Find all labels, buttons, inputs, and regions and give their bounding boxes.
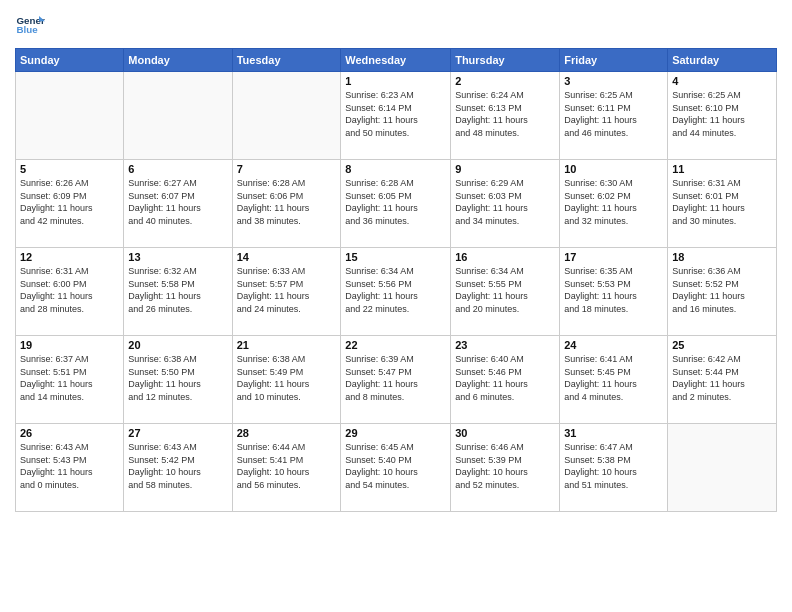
day-info: Sunrise: 6:23 AM Sunset: 6:14 PM Dayligh… — [345, 89, 446, 139]
calendar-cell: 8Sunrise: 6:28 AM Sunset: 6:05 PM Daylig… — [341, 160, 451, 248]
day-info: Sunrise: 6:38 AM Sunset: 5:49 PM Dayligh… — [237, 353, 337, 403]
calendar-cell — [668, 424, 777, 512]
day-number: 12 — [20, 251, 119, 263]
weekday-header-saturday: Saturday — [668, 49, 777, 72]
calendar-cell: 28Sunrise: 6:44 AM Sunset: 5:41 PM Dayli… — [232, 424, 341, 512]
day-number: 5 — [20, 163, 119, 175]
day-info: Sunrise: 6:42 AM Sunset: 5:44 PM Dayligh… — [672, 353, 772, 403]
day-info: Sunrise: 6:40 AM Sunset: 5:46 PM Dayligh… — [455, 353, 555, 403]
day-info: Sunrise: 6:31 AM Sunset: 6:01 PM Dayligh… — [672, 177, 772, 227]
calendar-cell: 17Sunrise: 6:35 AM Sunset: 5:53 PM Dayli… — [560, 248, 668, 336]
day-number: 6 — [128, 163, 227, 175]
day-number: 10 — [564, 163, 663, 175]
calendar-cell: 21Sunrise: 6:38 AM Sunset: 5:49 PM Dayli… — [232, 336, 341, 424]
day-info: Sunrise: 6:25 AM Sunset: 6:10 PM Dayligh… — [672, 89, 772, 139]
day-info: Sunrise: 6:30 AM Sunset: 6:02 PM Dayligh… — [564, 177, 663, 227]
weekday-header-thursday: Thursday — [451, 49, 560, 72]
weekday-header-wednesday: Wednesday — [341, 49, 451, 72]
calendar-cell: 24Sunrise: 6:41 AM Sunset: 5:45 PM Dayli… — [560, 336, 668, 424]
day-number: 20 — [128, 339, 227, 351]
day-info: Sunrise: 6:46 AM Sunset: 5:39 PM Dayligh… — [455, 441, 555, 491]
calendar-cell: 26Sunrise: 6:43 AM Sunset: 5:43 PM Dayli… — [16, 424, 124, 512]
day-info: Sunrise: 6:39 AM Sunset: 5:47 PM Dayligh… — [345, 353, 446, 403]
calendar-cell: 11Sunrise: 6:31 AM Sunset: 6:01 PM Dayli… — [668, 160, 777, 248]
calendar-cell — [124, 72, 232, 160]
calendar-cell — [16, 72, 124, 160]
calendar-cell: 15Sunrise: 6:34 AM Sunset: 5:56 PM Dayli… — [341, 248, 451, 336]
day-number: 4 — [672, 75, 772, 87]
calendar-cell: 27Sunrise: 6:43 AM Sunset: 5:42 PM Dayli… — [124, 424, 232, 512]
svg-text:Blue: Blue — [17, 24, 39, 35]
day-number: 29 — [345, 427, 446, 439]
day-number: 7 — [237, 163, 337, 175]
day-number: 25 — [672, 339, 772, 351]
calendar-cell: 19Sunrise: 6:37 AM Sunset: 5:51 PM Dayli… — [16, 336, 124, 424]
day-number: 14 — [237, 251, 337, 263]
weekday-header-tuesday: Tuesday — [232, 49, 341, 72]
day-number: 31 — [564, 427, 663, 439]
day-info: Sunrise: 6:36 AM Sunset: 5:52 PM Dayligh… — [672, 265, 772, 315]
day-number: 13 — [128, 251, 227, 263]
day-number: 27 — [128, 427, 227, 439]
weekday-header-sunday: Sunday — [16, 49, 124, 72]
day-number: 30 — [455, 427, 555, 439]
page-container: General Blue SundayMondayTuesdayWednesda… — [0, 0, 792, 612]
day-number: 24 — [564, 339, 663, 351]
calendar-cell: 9Sunrise: 6:29 AM Sunset: 6:03 PM Daylig… — [451, 160, 560, 248]
day-info: Sunrise: 6:34 AM Sunset: 5:56 PM Dayligh… — [345, 265, 446, 315]
day-number: 1 — [345, 75, 446, 87]
day-info: Sunrise: 6:47 AM Sunset: 5:38 PM Dayligh… — [564, 441, 663, 491]
day-info: Sunrise: 6:37 AM Sunset: 5:51 PM Dayligh… — [20, 353, 119, 403]
day-info: Sunrise: 6:43 AM Sunset: 5:43 PM Dayligh… — [20, 441, 119, 491]
day-info: Sunrise: 6:28 AM Sunset: 6:06 PM Dayligh… — [237, 177, 337, 227]
day-info: Sunrise: 6:31 AM Sunset: 6:00 PM Dayligh… — [20, 265, 119, 315]
logo: General Blue — [15, 10, 45, 40]
calendar-cell: 18Sunrise: 6:36 AM Sunset: 5:52 PM Dayli… — [668, 248, 777, 336]
calendar-cell: 22Sunrise: 6:39 AM Sunset: 5:47 PM Dayli… — [341, 336, 451, 424]
day-number: 15 — [345, 251, 446, 263]
weekday-header-monday: Monday — [124, 49, 232, 72]
week-row-1: 1Sunrise: 6:23 AM Sunset: 6:14 PM Daylig… — [16, 72, 777, 160]
day-number: 19 — [20, 339, 119, 351]
calendar-cell: 31Sunrise: 6:47 AM Sunset: 5:38 PM Dayli… — [560, 424, 668, 512]
calendar-table: SundayMondayTuesdayWednesdayThursdayFrid… — [15, 48, 777, 512]
day-info: Sunrise: 6:33 AM Sunset: 5:57 PM Dayligh… — [237, 265, 337, 315]
calendar-cell: 13Sunrise: 6:32 AM Sunset: 5:58 PM Dayli… — [124, 248, 232, 336]
day-info: Sunrise: 6:41 AM Sunset: 5:45 PM Dayligh… — [564, 353, 663, 403]
day-info: Sunrise: 6:38 AM Sunset: 5:50 PM Dayligh… — [128, 353, 227, 403]
calendar-cell: 1Sunrise: 6:23 AM Sunset: 6:14 PM Daylig… — [341, 72, 451, 160]
week-row-3: 12Sunrise: 6:31 AM Sunset: 6:00 PM Dayli… — [16, 248, 777, 336]
day-number: 18 — [672, 251, 772, 263]
day-number: 17 — [564, 251, 663, 263]
calendar-cell: 5Sunrise: 6:26 AM Sunset: 6:09 PM Daylig… — [16, 160, 124, 248]
day-info: Sunrise: 6:44 AM Sunset: 5:41 PM Dayligh… — [237, 441, 337, 491]
week-row-4: 19Sunrise: 6:37 AM Sunset: 5:51 PM Dayli… — [16, 336, 777, 424]
day-number: 11 — [672, 163, 772, 175]
header: General Blue — [15, 10, 777, 40]
calendar-cell: 23Sunrise: 6:40 AM Sunset: 5:46 PM Dayli… — [451, 336, 560, 424]
day-info: Sunrise: 6:45 AM Sunset: 5:40 PM Dayligh… — [345, 441, 446, 491]
day-number: 26 — [20, 427, 119, 439]
day-number: 28 — [237, 427, 337, 439]
day-info: Sunrise: 6:32 AM Sunset: 5:58 PM Dayligh… — [128, 265, 227, 315]
day-info: Sunrise: 6:28 AM Sunset: 6:05 PM Dayligh… — [345, 177, 446, 227]
day-info: Sunrise: 6:24 AM Sunset: 6:13 PM Dayligh… — [455, 89, 555, 139]
day-number: 21 — [237, 339, 337, 351]
day-number: 16 — [455, 251, 555, 263]
weekday-header-row: SundayMondayTuesdayWednesdayThursdayFrid… — [16, 49, 777, 72]
calendar-cell: 3Sunrise: 6:25 AM Sunset: 6:11 PM Daylig… — [560, 72, 668, 160]
calendar-cell: 10Sunrise: 6:30 AM Sunset: 6:02 PM Dayli… — [560, 160, 668, 248]
calendar-cell: 29Sunrise: 6:45 AM Sunset: 5:40 PM Dayli… — [341, 424, 451, 512]
day-number: 3 — [564, 75, 663, 87]
calendar-cell: 6Sunrise: 6:27 AM Sunset: 6:07 PM Daylig… — [124, 160, 232, 248]
day-info: Sunrise: 6:43 AM Sunset: 5:42 PM Dayligh… — [128, 441, 227, 491]
day-info: Sunrise: 6:35 AM Sunset: 5:53 PM Dayligh… — [564, 265, 663, 315]
day-number: 2 — [455, 75, 555, 87]
calendar-cell: 7Sunrise: 6:28 AM Sunset: 6:06 PM Daylig… — [232, 160, 341, 248]
calendar-cell: 14Sunrise: 6:33 AM Sunset: 5:57 PM Dayli… — [232, 248, 341, 336]
day-info: Sunrise: 6:27 AM Sunset: 6:07 PM Dayligh… — [128, 177, 227, 227]
calendar-cell: 16Sunrise: 6:34 AM Sunset: 5:55 PM Dayli… — [451, 248, 560, 336]
day-number: 8 — [345, 163, 446, 175]
calendar-cell — [232, 72, 341, 160]
calendar-cell: 25Sunrise: 6:42 AM Sunset: 5:44 PM Dayli… — [668, 336, 777, 424]
